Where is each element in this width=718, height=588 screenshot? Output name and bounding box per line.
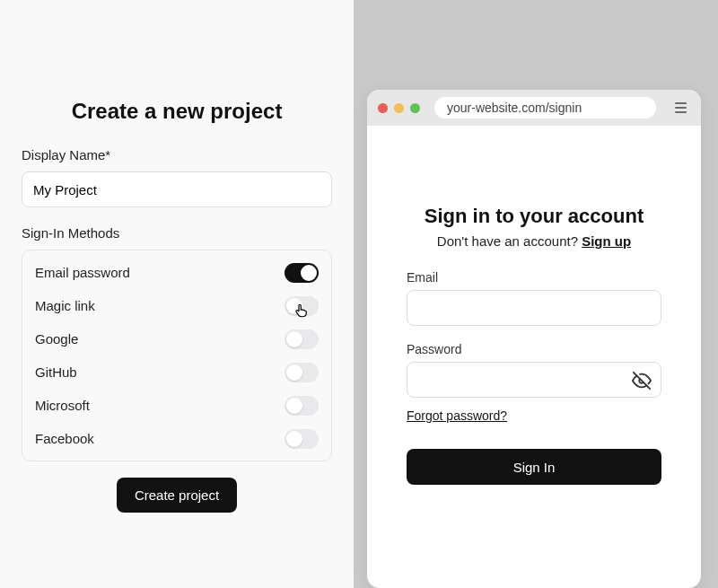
menu-icon[interactable] (670, 98, 690, 118)
method-label: Facebook (35, 431, 94, 446)
toggle-facebook[interactable] (285, 429, 319, 449)
toggle-google[interactable] (285, 329, 319, 349)
method-row-facebook: Facebook (35, 422, 319, 455)
create-project-button[interactable]: Create project (117, 478, 237, 513)
method-row-microsoft: Microsoft (35, 389, 319, 422)
sign-in-methods-list: Email passwordMagic linkGoogleGitHubMicr… (22, 250, 332, 461)
method-label: Google (35, 331, 78, 347)
password-field[interactable] (407, 362, 661, 398)
url-bar[interactable]: your-website.com/signin (434, 97, 656, 118)
method-label: GitHub (35, 364, 77, 380)
window-minimize-icon[interactable] (394, 103, 404, 113)
signin-page: Sign in to your account Don't have an ac… (367, 126, 701, 485)
method-label: Email password (35, 265, 130, 280)
password-label: Password (407, 342, 661, 356)
toggle-email-password[interactable] (285, 263, 319, 283)
signup-link[interactable]: Sign up (582, 233, 631, 249)
signin-subtitle: Don't have an account? Sign up (407, 233, 661, 249)
window-maximize-icon[interactable] (410, 103, 420, 113)
method-row-github: GitHub (35, 355, 319, 389)
toggle-microsoft[interactable] (285, 396, 319, 416)
display-name-label: Display Name* (22, 147, 332, 162)
eye-off-icon[interactable] (632, 371, 652, 391)
signin-button[interactable]: Sign In (407, 449, 661, 485)
toggle-magic-link[interactable] (285, 296, 319, 316)
browser-frame: your-website.com/signin Sign in to your … (367, 90, 701, 588)
signin-title: Sign in to your account (407, 205, 661, 228)
toggle-github[interactable] (285, 363, 319, 382)
method-label: Microsoft (35, 398, 90, 413)
display-name-input[interactable] (22, 171, 332, 207)
method-row-magic-link: Magic link (35, 289, 319, 322)
method-row-email-password: Email password (35, 256, 319, 289)
signin-subtitle-text: Don't have an account? (437, 233, 582, 249)
window-controls (378, 103, 420, 113)
project-create-panel: Create a new project Display Name* Sign-… (0, 0, 354, 588)
method-row-google: Google (35, 322, 319, 355)
method-label: Magic link (35, 298, 95, 313)
email-field[interactable] (407, 290, 661, 326)
browser-chrome: your-website.com/signin (367, 90, 701, 126)
sign-in-methods-label: Sign-In Methods (22, 225, 332, 241)
page-title: Create a new project (22, 99, 332, 124)
forgot-password-link[interactable]: Forgot password? (407, 408, 507, 423)
window-close-icon[interactable] (378, 103, 388, 113)
email-label: Email (407, 270, 661, 285)
preview-panel: your-website.com/signin Sign in to your … (354, 0, 718, 588)
